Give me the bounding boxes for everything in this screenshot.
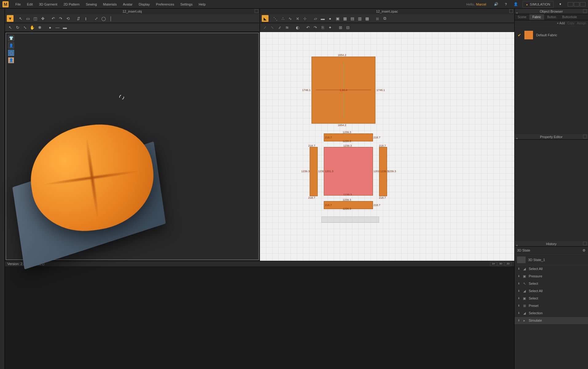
history-maximize-icon[interactable] bbox=[583, 242, 587, 245]
restore-button[interactable] bbox=[574, 2, 579, 6]
history-item[interactable]: ⬇◢Select All bbox=[515, 265, 588, 273]
move-tool-icon[interactable]: ✥ bbox=[39, 15, 46, 22]
trace-tool-icon[interactable]: ▥ bbox=[356, 15, 363, 22]
history-gear-icon[interactable]: ⚙ bbox=[582, 248, 586, 252]
segment-sew-tool-icon[interactable]: ⟍ bbox=[269, 24, 276, 31]
rotate-tool-icon[interactable]: ↻ bbox=[14, 24, 21, 31]
circle2d-tool-icon[interactable]: ● bbox=[327, 15, 334, 22]
menu-2d-pattern[interactable]: 2D Pattern bbox=[61, 1, 83, 7]
history-item[interactable]: ⬇◢Select All bbox=[515, 288, 588, 295]
history-item[interactable]: ⬇▣Pressure bbox=[515, 273, 588, 280]
skin-display-icon[interactable]: 👤 bbox=[8, 57, 14, 63]
dart-tool-icon[interactable]: ▣ bbox=[334, 15, 341, 22]
pin-tool-icon[interactable]: ↶ bbox=[50, 15, 57, 22]
align-tool-icon[interactable]: ⊞ bbox=[337, 24, 344, 31]
undo2d-tool-icon[interactable]: ↶ bbox=[305, 24, 312, 31]
tack-tool-icon[interactable]: ⟲ bbox=[65, 15, 71, 22]
layout-1h-button[interactable]: 1H bbox=[490, 262, 497, 266]
arrange-tool-icon[interactable]: ⇵ bbox=[75, 15, 82, 22]
menu-3d-garment[interactable]: 3D Garment bbox=[36, 1, 61, 7]
assign-button[interactable]: Assign bbox=[577, 22, 586, 25]
grid-tool-icon[interactable]: ⫼ bbox=[374, 15, 381, 22]
edit-pattern-tool-icon[interactable]: ◣ bbox=[262, 15, 269, 22]
hand-tool-icon[interactable]: ✋ bbox=[29, 24, 36, 31]
collapse-icon[interactable]: ◂ bbox=[516, 135, 518, 141]
slash-tool-icon[interactable]: ⤨ bbox=[294, 15, 301, 22]
edit-point-tool-icon[interactable]: ⋱ bbox=[272, 15, 279, 22]
simulate-tool-icon[interactable]: ▼ bbox=[7, 15, 14, 22]
collapse-icon[interactable]: ◂ bbox=[516, 10, 518, 15]
rectangle-tool-icon[interactable]: ▬ bbox=[319, 15, 326, 22]
fold-angle-tool-icon[interactable]: ◐ bbox=[294, 24, 301, 31]
user-icon[interactable]: 👤 bbox=[512, 1, 519, 8]
symmetry-tool-icon[interactable]: ⧉ bbox=[382, 15, 388, 22]
fabric-swatch[interactable] bbox=[524, 31, 533, 39]
measure-tool-icon[interactable]: ⤢ bbox=[93, 15, 100, 22]
copy-button[interactable]: Copy bbox=[567, 22, 574, 25]
sphere-icon[interactable]: ● bbox=[47, 24, 53, 31]
redo2d-tool-icon[interactable]: ↷ bbox=[312, 24, 319, 31]
polygon-tool-icon[interactable]: ▱ bbox=[312, 15, 319, 22]
copy-tool-icon[interactable]: ⎘ bbox=[319, 24, 326, 31]
minimize-button[interactable] bbox=[568, 2, 573, 6]
plane-icon[interactable]: ▬ bbox=[61, 24, 68, 31]
history-item[interactable]: ⬇▸Simulate bbox=[515, 317, 588, 324]
line-tool-icon[interactable]: │ bbox=[108, 15, 114, 22]
pattern-ghost[interactable] bbox=[321, 216, 379, 223]
circle-tool-icon[interactable]: ◯ bbox=[100, 15, 107, 22]
pattern-strip-left[interactable] bbox=[310, 147, 318, 196]
2d-maximize-icon[interactable] bbox=[509, 9, 513, 13]
edit-curve-tool-icon[interactable]: ∿ bbox=[287, 15, 294, 22]
menu-help[interactable]: Help bbox=[196, 1, 209, 7]
simulation-button[interactable]: ⬥ SIMULATION bbox=[523, 1, 554, 8]
free-sew-tool-icon[interactable]: ⫽ bbox=[276, 24, 283, 31]
show-sew-tool-icon[interactable]: ≋ bbox=[284, 24, 291, 31]
garment-display-icon[interactable]: 👕 bbox=[8, 35, 14, 41]
help-icon[interactable]: ? bbox=[502, 1, 510, 8]
object-browser-maximize-icon[interactable] bbox=[583, 9, 587, 13]
tab-button[interactable]: Button bbox=[544, 14, 559, 20]
menu-display[interactable]: Display bbox=[136, 1, 153, 7]
avatar-display-icon[interactable]: 👤 bbox=[8, 42, 14, 49]
notch-tool-icon[interactable]: ⊹ bbox=[302, 15, 308, 22]
menu-preferences[interactable]: Preferences bbox=[153, 1, 177, 7]
2d-viewport[interactable]: 1654.2 1654.2 1746.1 1746.1 1,66.4 1239.… bbox=[260, 32, 515, 261]
dash-icon[interactable]: — bbox=[54, 24, 61, 31]
property-editor-maximize-icon[interactable] bbox=[583, 135, 587, 138]
unpin-tool-icon[interactable]: ↷ bbox=[57, 15, 64, 22]
3d-maximize-icon[interactable] bbox=[255, 9, 258, 13]
fabric-row[interactable]: ✔ Default Fabric bbox=[516, 28, 586, 42]
3d-viewport[interactable]: 👕 👤 ▢ 👤 bbox=[6, 33, 259, 260]
fold-tool-icon[interactable]: ⫿ bbox=[82, 15, 89, 22]
history-item[interactable]: ⬇▣Select bbox=[515, 295, 588, 302]
select-tool-icon[interactable]: ↖ bbox=[17, 15, 24, 22]
scale-tool-icon[interactable]: ⤡ bbox=[22, 24, 28, 31]
menu-file[interactable]: File bbox=[12, 1, 24, 7]
tab-fabric[interactable]: Fabric bbox=[529, 14, 544, 20]
distribute-tool-icon[interactable]: ⊟ bbox=[345, 24, 351, 31]
add-point-tool-icon[interactable]: ∴ bbox=[280, 15, 286, 22]
add-button[interactable]: + Add bbox=[557, 22, 565, 25]
menu-settings[interactable]: Settings bbox=[177, 1, 196, 7]
paste-tool-icon[interactable]: ✦ bbox=[327, 24, 334, 31]
collapse-icon[interactable]: ◂ bbox=[516, 242, 518, 248]
layout-2d-button[interactable]: 2D bbox=[505, 262, 512, 266]
simulation-dropdown[interactable]: ▾ bbox=[557, 1, 564, 8]
history-item[interactable]: ⬇↖Select bbox=[515, 280, 588, 288]
texture-display-icon[interactable]: ▢ bbox=[8, 50, 14, 56]
menu-edit[interactable]: Edit bbox=[24, 1, 36, 7]
sound-icon[interactable]: 🔊 bbox=[492, 1, 500, 8]
menu-avatar[interactable]: Avatar bbox=[120, 1, 136, 7]
seam-tool-icon[interactable]: ▩ bbox=[364, 15, 370, 22]
cursor-tool-icon[interactable]: ↖ bbox=[7, 24, 14, 31]
history-section-header[interactable]: 3D State ⚙ bbox=[515, 247, 588, 255]
menu-materials[interactable]: Materials bbox=[100, 1, 120, 7]
layout-3d-button[interactable]: 3D bbox=[497, 262, 504, 266]
menu-sewing[interactable]: Sewing bbox=[83, 1, 100, 7]
history-state-row[interactable]: 3D State_1 bbox=[515, 255, 588, 265]
box-tool-icon[interactable]: ▭ bbox=[25, 15, 31, 22]
internal-line-tool-icon[interactable]: ▦ bbox=[342, 15, 348, 22]
internal-shape-tool-icon[interactable]: ▤ bbox=[349, 15, 356, 22]
close-button[interactable] bbox=[580, 2, 586, 6]
sew-tool-icon[interactable]: ⟋ bbox=[262, 24, 269, 31]
